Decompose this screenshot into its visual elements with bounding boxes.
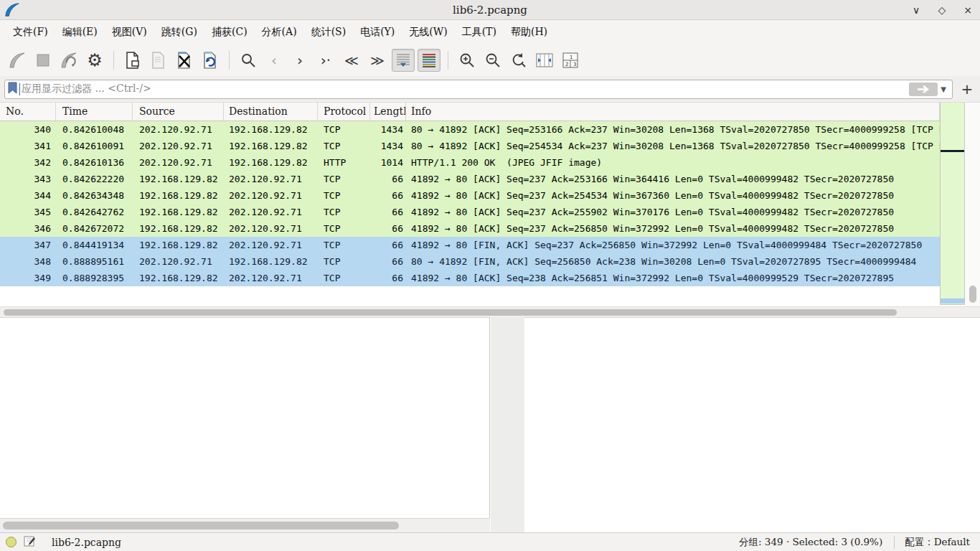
toolbar-separator xyxy=(113,51,114,70)
close-file-icon[interactable] xyxy=(173,49,196,72)
menu-tools[interactable]: 工具(T) xyxy=(455,23,504,42)
horizontal-scrollbar-thumb[interactable] xyxy=(4,309,897,316)
svg-text:1: 1 xyxy=(570,55,573,60)
auto-scroll-toggle[interactable] xyxy=(392,49,415,72)
packet-row[interactable]: 343 0.842622220 192.168.129.82 202.120.9… xyxy=(0,171,940,187)
minimize-button[interactable]: ∨ xyxy=(910,4,923,17)
wireshark-window: lib6-2.pcapng ∨ ◇ × 文件(F) 编辑(E) 视图(V) 跳转… xyxy=(0,0,980,551)
menu-file[interactable]: 文件(F) xyxy=(6,23,55,42)
menu-help[interactable]: 帮助(H) xyxy=(504,23,555,42)
title-bar: lib6-2.pcapng ∨ ◇ × xyxy=(0,0,980,20)
col-header-source[interactable]: Source xyxy=(133,103,224,121)
filter-bar: 应用显示过滤器 ... <Ctrl-/> ▼ + xyxy=(0,76,980,103)
menu-telephony[interactable]: 电话(Y) xyxy=(353,23,402,42)
status-bar: lib6-2.pcapng 分组: 349 · Selected: 3 (0.9… xyxy=(0,532,980,551)
display-filter-input[interactable]: 应用显示过滤器 ... <Ctrl-/> ▼ xyxy=(4,80,953,99)
packet-row[interactable]: 344 0.842634348 192.168.129.82 202.120.9… xyxy=(0,187,940,204)
packet-list-pane: No. Time Source Destination Protocol Len… xyxy=(0,103,980,306)
filter-bookmark-icon[interactable] xyxy=(8,82,17,97)
colorize-toggle[interactable] xyxy=(418,49,440,72)
open-file-icon[interactable] xyxy=(121,49,144,72)
filter-dropdown-arrow-icon[interactable]: ▼ xyxy=(941,85,946,93)
svg-text:3: 3 xyxy=(573,62,576,67)
col-header-length[interactable]: Length xyxy=(370,103,406,121)
close-button[interactable]: × xyxy=(961,4,974,17)
main-toolbar: ⚙ ‹ › ›· ≪ ≫ xyxy=(0,44,980,76)
statusbar-filename[interactable]: lib6-2.pcapng xyxy=(43,537,121,548)
menu-view[interactable]: 视图(V) xyxy=(105,23,154,42)
expert-info-icon[interactable] xyxy=(6,537,17,547)
col-header-destination[interactable]: Destination xyxy=(224,103,318,121)
maximize-button[interactable]: ◇ xyxy=(936,4,948,17)
go-first-packet-icon[interactable]: ≪ xyxy=(340,49,363,72)
minimap-position-marker xyxy=(941,150,964,152)
restart-capture-icon[interactable] xyxy=(57,49,80,72)
toolbar-separator xyxy=(229,51,230,70)
packet-bytes-pane[interactable] xyxy=(524,317,980,532)
vertical-scrollbar-thumb[interactable] xyxy=(969,286,976,303)
menu-bar: 文件(F) 编辑(E) 视图(V) 跳转(G) 捕获(C) 分析(A) 统计(S… xyxy=(0,20,980,44)
packet-row[interactable]: 346 0.842672072 192.168.129.82 202.120.9… xyxy=(0,220,940,237)
go-back-icon[interactable]: ‹ xyxy=(263,49,286,72)
go-forward-icon[interactable]: › xyxy=(288,49,311,72)
detail-panes xyxy=(0,317,980,532)
minimap-selection-marker xyxy=(941,298,964,303)
packet-details-pane[interactable] xyxy=(0,317,490,532)
add-filter-button-icon[interactable]: + xyxy=(958,80,976,98)
zoom-reset-icon[interactable] xyxy=(507,49,530,72)
details-scrollbar-thumb[interactable] xyxy=(3,522,399,529)
packet-row[interactable]: 348 0.888895161 202.120.92.71 192.168.12… xyxy=(0,253,940,270)
packet-list-vertical-scrollbar[interactable] xyxy=(966,103,980,306)
go-last-packet-icon[interactable]: ≫ xyxy=(366,49,389,72)
menu-analyze[interactable]: 分析(A) xyxy=(255,23,304,42)
go-to-packet-icon[interactable]: ›· xyxy=(314,49,337,72)
menu-go[interactable]: 跳转(G) xyxy=(154,23,204,42)
window-title: lib6-2.pcapng xyxy=(0,0,980,20)
menu-wireless[interactable]: 无线(W) xyxy=(402,23,454,42)
intelligent-scrollbar-minimap[interactable] xyxy=(940,103,965,305)
packet-table: No. Time Source Destination Protocol Len… xyxy=(0,103,940,306)
packet-row[interactable]: 349 0.888928395 192.168.129.82 202.120.9… xyxy=(0,270,940,286)
apply-filter-button[interactable] xyxy=(909,83,938,96)
toolbar-separator xyxy=(448,51,448,70)
zoom-out-icon[interactable] xyxy=(481,49,504,72)
col-header-no[interactable]: No. xyxy=(0,103,56,121)
packet-row[interactable]: 341 0.842610091 202.120.92.71 192.168.12… xyxy=(0,138,940,154)
reload-file-icon[interactable] xyxy=(199,49,222,72)
svg-text:2: 2 xyxy=(565,62,568,67)
packet-rows: 340 0.842610048 202.120.92.71 192.168.12… xyxy=(0,121,940,286)
col-header-protocol[interactable]: Protocol xyxy=(318,103,370,121)
packet-row[interactable]: 345 0.842642762 192.168.129.82 202.120.9… xyxy=(0,204,940,220)
capture-comment-icon[interactable] xyxy=(24,535,36,550)
col-header-time[interactable]: Time xyxy=(56,103,133,121)
col-header-info[interactable]: Info xyxy=(406,103,940,121)
packet-list-horizontal-scrollbar[interactable] xyxy=(0,306,980,317)
stop-capture-icon[interactable] xyxy=(32,49,55,72)
pane-splitter[interactable] xyxy=(491,317,524,532)
filter-placeholder-text: 应用显示过滤器 ... <Ctrl-/> xyxy=(22,83,909,95)
find-packet-icon[interactable] xyxy=(237,49,260,72)
layout-123-icon[interactable]: 123 xyxy=(559,49,582,72)
packet-row[interactable]: 342 0.842610136 202.120.92.71 192.168.12… xyxy=(0,154,940,171)
details-horizontal-scrollbar[interactable] xyxy=(0,518,490,532)
save-file-icon[interactable] xyxy=(147,49,170,72)
zoom-in-icon[interactable] xyxy=(456,49,479,72)
packet-table-header: No. Time Source Destination Protocol Len… xyxy=(0,103,940,121)
resize-columns-icon[interactable] xyxy=(533,49,556,72)
packet-row[interactable]: 347 0.844419134 192.168.129.82 202.120.9… xyxy=(0,237,940,253)
packet-count-summary: 分组: 349 · Selected: 3 (0.9%) xyxy=(739,536,894,549)
menu-edit[interactable]: 编辑(E) xyxy=(55,23,105,42)
packet-row[interactable]: 340 0.842610048 202.120.92.71 192.168.12… xyxy=(0,121,940,138)
capture-options-icon[interactable]: ⚙ xyxy=(83,49,106,72)
menu-capture[interactable]: 捕获(C) xyxy=(204,23,255,42)
text-caret xyxy=(19,83,20,95)
profile-selector[interactable]: 配置：Default xyxy=(895,536,980,549)
start-capture-icon[interactable] xyxy=(6,49,29,72)
menu-statistics[interactable]: 统计(S) xyxy=(304,23,354,42)
